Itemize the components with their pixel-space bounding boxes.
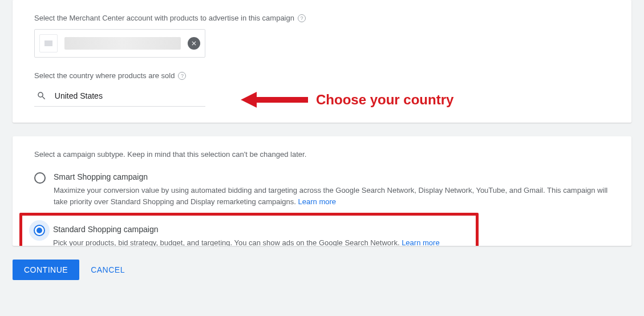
country-label-row: Select the country where products are so… — [34, 71, 610, 80]
close-icon — [191, 40, 197, 47]
campaign-subtype-card: Select a campaign subtype. Keep in mind … — [13, 136, 631, 246]
merchant-thumb-icon — [39, 34, 58, 52]
learn-more-link[interactable]: Learn more — [402, 238, 439, 246]
footer-actions: CONTINUE CANCEL — [13, 260, 631, 280]
help-icon[interactable]: ? — [178, 72, 186, 80]
radio-standard-shopping[interactable] — [34, 225, 45, 236]
radio-smart-shopping[interactable] — [34, 172, 46, 184]
cancel-button[interactable]: CANCEL — [91, 265, 125, 274]
country-input[interactable] — [55, 91, 203, 100]
clear-merchant-button[interactable] — [188, 37, 200, 50]
highlighted-option: Standard Shopping campaign Pick your pro… — [19, 213, 479, 246]
option-standard-shopping[interactable]: Standard Shopping campaign Pick your pro… — [34, 225, 464, 246]
continue-button[interactable]: CONTINUE — [13, 260, 79, 280]
subtype-label: Select a campaign subtype. Keep in mind … — [34, 150, 610, 159]
option-title: Smart Shopping campaign — [54, 172, 610, 181]
option-desc: Maximize your conversion value by using … — [54, 185, 610, 207]
country-label: Select the country where products are so… — [34, 71, 175, 80]
merchant-name-placeholder — [64, 37, 181, 50]
merchant-label-row: Select the Merchant Center account with … — [34, 14, 610, 22]
help-icon[interactable]: ? — [298, 14, 306, 22]
option-desc: Pick your products, bid strategy, budget… — [53, 237, 440, 246]
option-title: Standard Shopping campaign — [53, 225, 440, 234]
country-input-wrap[interactable] — [34, 87, 205, 107]
merchant-label: Select the Merchant Center account with … — [34, 14, 294, 22]
merchant-selector[interactable] — [34, 29, 205, 58]
learn-more-link[interactable]: Learn more — [298, 197, 336, 206]
merchant-country-card: Select the Merchant Center account with … — [13, 0, 631, 123]
option-smart-shopping[interactable]: Smart Shopping campaign Maximize your co… — [34, 169, 610, 213]
search-icon — [37, 90, 47, 102]
